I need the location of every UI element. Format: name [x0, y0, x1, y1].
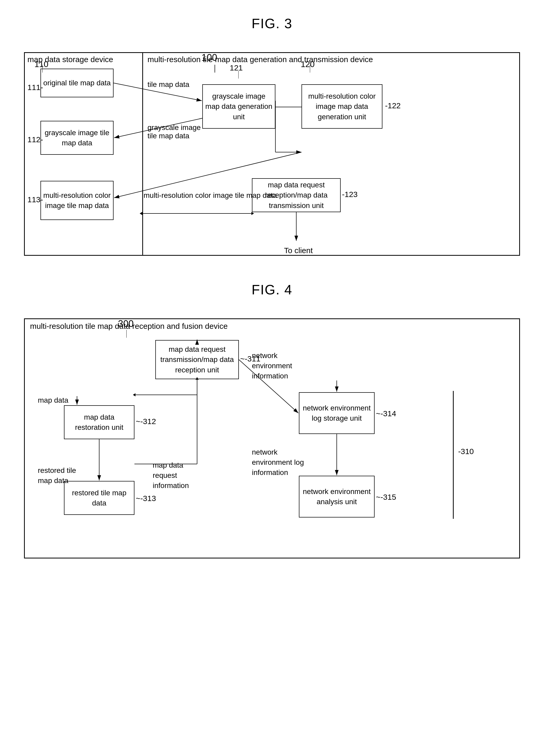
fig4-box-314: network environment log storage unit [299, 392, 375, 434]
fig3-121-line [238, 71, 239, 79]
svg-marker-10 [140, 212, 142, 215]
fig4-title: FIG. 4 [21, 282, 523, 297]
fig4-outer-box: multi-resolution tile map data reception… [24, 318, 520, 558]
svg-marker-11 [251, 212, 254, 215]
fig3-right-device-label: multi-resolution tile map data generatio… [147, 55, 373, 64]
fig3-arrow-label-grayscale: grayscale image [147, 123, 201, 132]
fig4-box-313: restored tile map data [64, 481, 134, 515]
fig4-label-map-req: map datarequestinformation [153, 460, 189, 491]
fig3-box-111: original tile map data [40, 69, 114, 97]
fig4-label-map-data: map data [38, 396, 68, 404]
fig4-num-312: ~-312 [136, 417, 156, 426]
fig4-outer-label: multi-resolution tile map data reception… [30, 322, 228, 331]
fig4-num-315: ~-315 [376, 493, 396, 502]
fig4-box-312: map data restoration unit [64, 405, 134, 439]
fig4-bracket-310 [453, 391, 454, 519]
fig4-diagram: 300 multi-resolution tile map data recep… [24, 318, 520, 558]
fig4-label-restored-tile: restored tilemap data [38, 465, 76, 486]
fig4-label-net-env-info: networkenvironmentinformation [252, 350, 292, 381]
fig4-box-311: map data request transmission/map data r… [155, 340, 239, 379]
fig3-num-121: 121 [230, 63, 243, 72]
fig3-arrow-label-tile: tile map data [147, 80, 189, 89]
fig3-box-113: multi-resolution color image tile map da… [40, 181, 114, 220]
fig3-title: FIG. 3 [21, 16, 523, 31]
fig3-arrow-label-grayscale2: tile map data [147, 132, 189, 140]
fig3-diagram: 100 110 120 map data storage device mult… [24, 52, 520, 256]
svg-marker-18 [133, 393, 135, 396]
fig3-left-device-label: map data storage device [27, 55, 113, 64]
fig3-divider [142, 53, 143, 255]
fig3-box-112: grayscale image tile map data [40, 121, 114, 155]
fig4-num-313: ~-313 [136, 494, 156, 503]
fig3-to-client: To client [284, 246, 313, 255]
fig4-num-310: -310 [458, 447, 474, 456]
fig3-outer-box: map data storage device multi-resolution… [24, 52, 520, 256]
fig4-num-314: ~-314 [376, 409, 396, 418]
fig3-box-121: grayscale image map data generation unit [202, 84, 275, 129]
fig3-num-123: -123 [342, 190, 358, 199]
fig4-label-net-env-log: networkenvironment loginformation [252, 447, 304, 478]
fig3-box-122: multi-resolution color image map data ge… [301, 84, 382, 129]
fig3-arrow-label-color: multi-resolution color image tile map da… [144, 191, 277, 200]
fig4-box-315: network environment analysis unit [299, 476, 375, 517]
fig3-num-122: -122 [385, 101, 401, 110]
